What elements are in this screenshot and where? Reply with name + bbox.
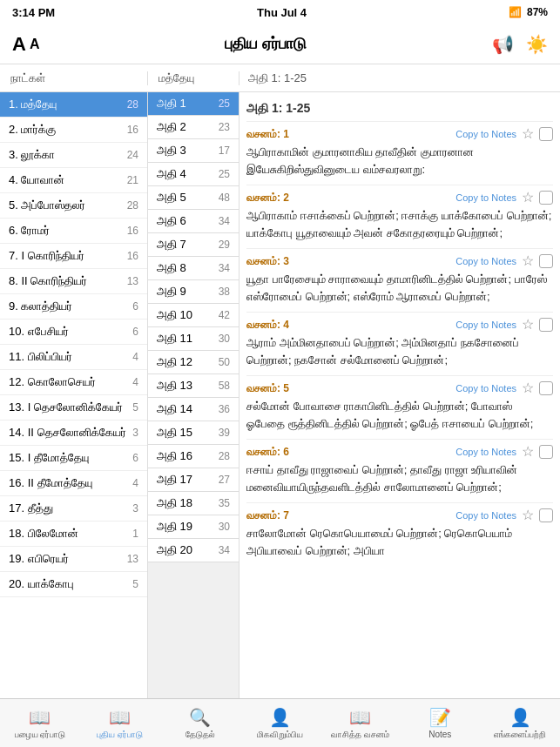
verse-checkbox[interactable]: [539, 445, 553, 459]
book-item[interactable]: 20. யாக்கோபு5: [0, 572, 147, 597]
tab-புதிய-ஏர்பாடு[interactable]: 📖புதிய ஏர்பாடு: [80, 707, 160, 740]
chapter-item[interactable]: அதி 223: [148, 116, 239, 139]
chapter-item[interactable]: அதி 1130: [148, 327, 239, 351]
copy-to-notes-button[interactable]: Copy to Notes: [455, 383, 516, 394]
font-decrease-button[interactable]: A: [30, 37, 40, 52]
chapter-name: அதி 17: [157, 473, 192, 487]
chapter-item[interactable]: அதி 2034: [148, 539, 239, 562]
tab-தேடுதல்[interactable]: 🔍தேடுதல்: [160, 707, 240, 740]
verse-checkbox[interactable]: [539, 254, 553, 268]
book-item[interactable]: 10. எபேசியர்6: [0, 320, 147, 345]
book-item[interactable]: 16. II தீமோத்தேயு4: [0, 471, 147, 496]
chapter-item[interactable]: அதி 729: [148, 233, 239, 257]
book-item[interactable]: 7. I கொரிந்தியர்16: [0, 244, 147, 269]
passage-area[interactable]: அதி 1: 1-25 வசனம்: 1 Copy to Notes ☆ ஆபி…: [240, 92, 560, 698]
chapter-item[interactable]: அதி 1042: [148, 304, 239, 327]
tab-bar: 📖பழைய ஏர்பாடு📖புதிய ஏர்பாடு🔍தேடுதல்👤மிகவ…: [0, 698, 560, 747]
book-item[interactable]: 19. எபிரெயர்13: [0, 547, 147, 572]
book-item[interactable]: 14. II தெசலோனிக்கேயர்3: [0, 421, 147, 446]
book-count: 4: [132, 376, 138, 388]
chapter-item[interactable]: அதி 425: [148, 163, 239, 186]
copy-to-notes-button[interactable]: Copy to Notes: [455, 510, 516, 521]
chapter-name: அதி 1: [157, 97, 186, 111]
chapter-name: அதி 5: [157, 191, 186, 205]
verse-number: வசனம்: 4: [246, 319, 289, 331]
verse-text: யூதா பாரேசையும் சாராவையும் தாமாரினிடத்தி…: [246, 271, 553, 305]
verse-text: ஆபிராகாமின் குமாரனாகிய தாவீதின் குமாரனான…: [246, 144, 553, 178]
font-increase-button[interactable]: A: [12, 33, 26, 56]
tab-வாசித்த-வசனம்[interactable]: 📖வாசித்த வசனம்: [320, 707, 400, 740]
verse-block: வசனம்: 4 Copy to Notes ☆ ஆராம் அம்மினதாப…: [246, 312, 553, 368]
verse-actions: Copy to Notes ☆: [455, 189, 553, 205]
verse-checkbox[interactable]: [539, 508, 553, 522]
star-icon[interactable]: ☆: [522, 189, 534, 205]
chapter-item[interactable]: அதி 125: [148, 92, 239, 116]
chapter-item[interactable]: அதி 1358: [148, 374, 239, 398]
chapter-name: அதி 11: [157, 332, 192, 346]
tab-எங்களைப்பற்றி[interactable]: 👤எங்களைப்பற்றி: [480, 707, 560, 740]
chapter-item[interactable]: அதி 634: [148, 210, 239, 233]
verse-header: வசனம்: 6 Copy to Notes ☆: [246, 443, 553, 460]
book-count: 28: [127, 98, 138, 111]
status-bar: 3:14 PM Thu Jul 4 📶 87%: [0, 0, 560, 24]
chapter-item[interactable]: அதி 938: [148, 280, 239, 304]
chapter-item[interactable]: அதி 1628: [148, 445, 239, 468]
book-count: 13: [127, 275, 138, 287]
book-item[interactable]: 15. I தீமோத்தேயு6: [0, 446, 147, 471]
copy-to-notes-button[interactable]: Copy to Notes: [455, 129, 516, 139]
speaker-icon[interactable]: 📢: [492, 34, 514, 55]
copy-to-notes-button[interactable]: Copy to Notes: [455, 256, 516, 266]
chapter-item[interactable]: அதி 834: [148, 257, 239, 280]
star-icon[interactable]: ☆: [522, 252, 534, 269]
copy-to-notes-button[interactable]: Copy to Notes: [455, 192, 516, 203]
chapter-item[interactable]: அதி 1727: [148, 468, 239, 492]
verse-checkbox[interactable]: [539, 318, 553, 332]
verse-actions: Copy to Notes ☆: [455, 380, 553, 396]
star-icon[interactable]: ☆: [522, 380, 534, 396]
brightness-icon[interactable]: ☀️: [526, 34, 548, 55]
verse-number: வசனம்: 1: [246, 128, 289, 140]
star-icon[interactable]: ☆: [522, 125, 534, 142]
book-item[interactable]: 1. மத்தேயு28: [0, 92, 147, 118]
verse-checkbox[interactable]: [539, 381, 553, 395]
tab-பழைய-ஏர்பாடு[interactable]: 📖பழைய ஏர்பாடு: [0, 707, 80, 740]
book-item[interactable]: 3. லூக்கா24: [0, 143, 147, 168]
star-icon[interactable]: ☆: [522, 507, 534, 523]
chapter-item[interactable]: அதி 1539: [148, 421, 239, 445]
chapter-item[interactable]: அதி 1436: [148, 398, 239, 421]
chapter-item[interactable]: அதி 1835: [148, 492, 239, 515]
chapter-name: அதி 9: [157, 285, 186, 299]
book-item[interactable]: 2. மார்க்கு16: [0, 118, 147, 143]
book-name: 8. II கொரிந்தியர்: [9, 274, 124, 288]
font-controls[interactable]: A A: [12, 33, 39, 56]
verse-number: வசனம்: 5: [246, 382, 289, 394]
book-item[interactable]: 12. கொலோசெயர்4: [0, 370, 147, 395]
chapter-name: அதி 7: [157, 238, 186, 252]
chapter-item[interactable]: அதி 1250: [148, 351, 239, 374]
book-item[interactable]: 11. பிலிப்பியர்4: [0, 345, 147, 370]
book-item[interactable]: 18. பிலேமோன்1: [0, 522, 147, 547]
book-item[interactable]: 6. ரோமர்16: [0, 219, 147, 244]
copy-to-notes-button[interactable]: Copy to Notes: [455, 320, 516, 330]
chapter-item[interactable]: அதி 317: [148, 139, 239, 163]
verse-checkbox[interactable]: [539, 127, 553, 141]
book-item[interactable]: 4. யோவான்21: [0, 168, 147, 193]
book-item[interactable]: 8. II கொரிந்தியர்13: [0, 269, 147, 294]
star-icon[interactable]: ☆: [522, 316, 534, 333]
books-column-header: நாட்கள்: [0, 71, 148, 85]
book-item[interactable]: 9. கலாத்தியர்6: [0, 294, 147, 320]
star-icon[interactable]: ☆: [522, 443, 534, 460]
copy-to-notes-button[interactable]: Copy to Notes: [455, 447, 516, 457]
book-item[interactable]: 17. தீத்து3: [0, 496, 147, 522]
book-item[interactable]: 5. அப்போஸ்தலர்28: [0, 193, 147, 219]
chapter-name: அதி 18: [157, 496, 192, 510]
book-name: 10. எபேசியர்: [9, 325, 129, 339]
tab-notes[interactable]: 📝Notes: [400, 707, 480, 739]
chapters-list[interactable]: அதி 125அதி 223அதி 317அதி 425அதி 548அதி 6…: [148, 92, 240, 698]
chapter-item[interactable]: அதி 1930: [148, 515, 239, 539]
books-list[interactable]: 1. மத்தேயு282. மார்க்கு163. லூக்கா244. ய…: [0, 92, 148, 698]
chapter-item[interactable]: அதி 548: [148, 186, 239, 210]
book-item[interactable]: 13. I தெசலோனிக்கேயர்5: [0, 395, 147, 421]
verse-checkbox[interactable]: [539, 191, 553, 205]
tab-மிகவிறும்பிய[interactable]: 👤மிகவிறும்பிய: [240, 707, 320, 740]
